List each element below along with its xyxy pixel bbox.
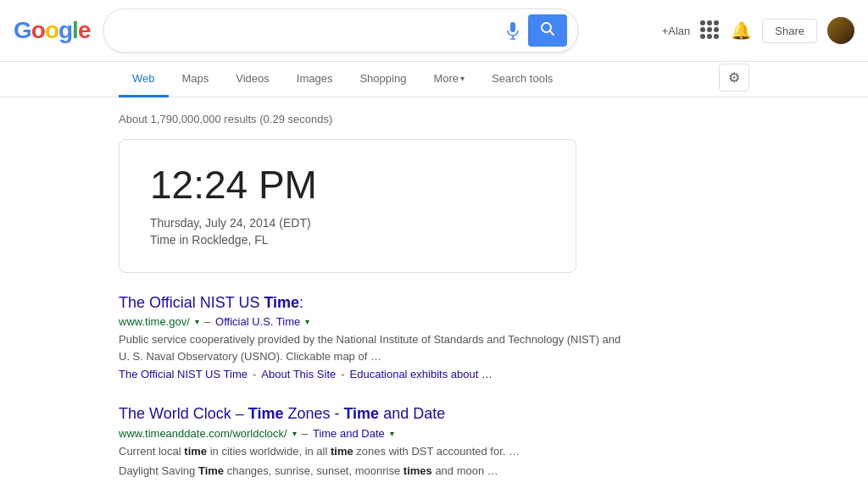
tab-maps[interactable]: Maps [169,62,223,97]
result-worldclock: The World Clock – Time Zones - Time and … [119,404,627,483]
result-worldclock-desc1: Current local time in cities worldwide, … [119,443,627,460]
worldclock-title-bold1: Time [248,405,284,422]
header-right: +Alan 🔔 Share [662,17,854,44]
wc-desc1-end: zones with DST accounted for. … [353,445,520,458]
logo-letter-g: G [14,17,31,44]
search-icon [540,21,555,40]
notifications-icon[interactable]: 🔔 [731,20,752,41]
worldclock-title-before: The World Clock – [119,405,248,422]
wc-desc2-end: and moon … [432,464,498,477]
wc-desc1-cont: in cities worldwide, in all [207,445,331,458]
current-date: Thursday, July 24, 2014 (EDT) [150,216,545,230]
result-nist-desc: Public service cooperatively provided by… [119,331,627,364]
worldclock-title-mid: Zones - [283,405,343,422]
nist-link-sep-0: - [253,368,256,380]
svg-rect-0 [510,22,515,32]
result-nist-url-row: www.time.gov/ ▾ – Official U.S. Time ▾ [119,315,627,328]
nist-url-sep: – [204,315,210,328]
nav-tabs: Web Maps Videos Images Shopping More ▾ S… [0,62,868,97]
wc-desc2-cont: changes, sunrise, sunset, moonrise [224,464,403,477]
search-bar: what time is it [103,8,578,53]
time-location: Time in Rockledge, FL [150,233,545,247]
result-worldclock-desc2: Daylight Saving Time changes, sunrise, s… [119,463,627,480]
result-nist-title-before: The Official NIST US [119,294,264,311]
microphone-icon[interactable] [504,22,521,39]
chevron-down-icon: ▾ [460,74,465,83]
tab-more[interactable]: More ▾ [420,62,478,97]
result-nist: The Official NIST US Time: www.time.gov/… [119,293,627,380]
avatar[interactable] [827,17,854,44]
wc-desc1-before: Current local [119,445,184,458]
logo-letter-e: e [78,17,91,44]
current-time: 12:24 PM [150,165,545,204]
wc-desc2-before: Daylight Saving [119,464,198,477]
nist-link-1[interactable]: About This Site [261,368,336,380]
worldclock-url-extra[interactable]: Time and Date [313,427,385,440]
logo-letter-o2: o [45,17,58,44]
google-logo[interactable]: Google [14,17,90,44]
result-worldclock-url: www.timeanddate.com/worldclock/ [119,427,287,440]
result-nist-title-bold: Time [264,294,299,311]
tab-images[interactable]: Images [283,62,347,97]
nist-link-2[interactable]: Educational exhibits about … [350,368,492,380]
wc-desc1-bold: time [184,445,207,458]
tab-shopping[interactable]: Shopping [346,62,420,97]
result-worldclock-title[interactable]: The World Clock – Time Zones - Time and … [119,404,627,424]
wc-desc2-bold: Time [198,464,224,477]
logo-letter-g2: g [58,17,72,44]
results-count: About 1,790,000,000 results (0.29 second… [119,106,749,139]
apps-icon[interactable] [700,20,721,41]
logo-letter-o1: o [31,17,45,44]
result-nist-title-after: : [299,294,303,311]
logo-letter-l: l [72,17,78,44]
results-area: About 1,790,000,000 results (0.29 second… [0,97,868,483]
settings-button[interactable]: ⚙ [719,64,749,92]
search-button[interactable] [528,14,567,47]
wc-desc1-bold2: time [331,445,353,458]
time-card: 12:24 PM Thursday, July 24, 2014 (EDT) T… [119,139,576,273]
result-nist-url: www.time.gov/ [119,315,190,328]
tab-web[interactable]: Web [119,62,169,97]
nist-dropdown-arrow[interactable]: ▾ [195,317,199,326]
svg-line-4 [550,31,554,36]
nist-link-0[interactable]: The Official NIST US Time [119,368,248,380]
nist-link-sep-1: - [341,368,344,380]
alan-link[interactable]: +Alan [662,25,691,37]
header: Google what time is it +Alan [0,0,868,62]
share-button[interactable]: Share [762,19,817,43]
tab-search-tools[interactable]: Search tools [478,62,566,97]
worldclock-title-bold2: Time [343,405,379,422]
nist-url-extra[interactable]: Official U.S. Time [215,315,300,328]
result-nist-links: The Official NIST US Time - About This S… [119,368,627,380]
worldclock-dropdown-arrow[interactable]: ▾ [292,429,297,438]
result-nist-title[interactable]: The Official NIST US Time: [119,293,627,313]
worldclock-extra-arrow[interactable]: ▾ [390,429,394,438]
worldclock-url-sep: – [302,427,308,440]
result-worldclock-url-row: www.timeanddate.com/worldclock/ ▾ – Time… [119,427,627,440]
search-input[interactable]: what time is it [114,23,504,38]
gear-icon: ⚙ [728,69,740,86]
nist-extra-arrow[interactable]: ▾ [305,317,309,326]
wc-desc2-bold2: times [403,464,432,477]
profile-image [827,17,854,44]
tab-videos[interactable]: Videos [222,62,283,97]
worldclock-title-after: and Date [379,405,445,422]
